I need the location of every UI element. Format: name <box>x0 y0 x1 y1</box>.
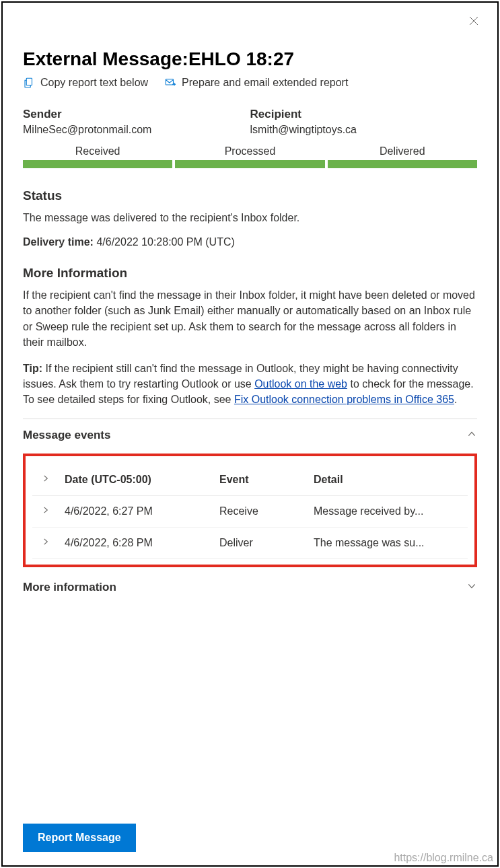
tip-label: Tip: <box>23 363 42 374</box>
message-trace-panel: External Message:EHLO 18:27 Copy report … <box>1 1 499 867</box>
progress-bar-segment <box>23 160 172 168</box>
column-event: Event <box>214 464 308 496</box>
progress-delivered-label: Delivered <box>328 145 477 157</box>
column-detail: Detail <box>308 464 468 496</box>
event-detail: Message received by... <box>308 495 468 527</box>
sender-recipient-block: Sender MilneSec@protonmail.com Recipient… <box>23 108 477 136</box>
close-icon <box>468 15 480 27</box>
svg-rect-2 <box>26 78 32 85</box>
status-heading: Status <box>23 188 477 203</box>
expand-row[interactable] <box>32 495 59 527</box>
recipient-col: Recipient lsmith@wingtiptoys.ca <box>250 108 478 136</box>
event-date: 4/6/2022, 6:28 PM <box>59 527 214 558</box>
svg-rect-3 <box>166 79 173 85</box>
event-detail: The message was su... <box>308 527 468 558</box>
events-table: Date (UTC-05:00) Event Detail 4/6/2022, … <box>32 464 468 559</box>
tip-text-end: . <box>454 394 457 405</box>
outlook-web-link[interactable]: Outlook on the web <box>254 378 347 390</box>
chevron-up-icon <box>466 429 477 443</box>
more-information-label: More information <box>23 581 116 594</box>
progress-bar-segment <box>175 160 324 168</box>
sender-label: Sender <box>23 108 250 121</box>
delivery-time-value: 4/6/2022 10:28:00 PM (UTC) <box>96 236 234 248</box>
event-date: 4/6/2022, 6:27 PM <box>59 495 214 527</box>
tip-paragraph: Tip: If the recipient still can't find t… <box>23 361 477 408</box>
events-highlight-box: Date (UTC-05:00) Event Detail 4/6/2022, … <box>23 454 477 567</box>
column-date: Date (UTC-05:00) <box>59 464 214 496</box>
more-info-heading: More Information <box>23 266 477 281</box>
mail-send-icon <box>164 77 176 89</box>
progress-delivered: Delivered <box>328 145 477 168</box>
table-row[interactable]: 4/6/2022, 6:27 PM Receive Message receiv… <box>32 495 468 527</box>
footer: Report Message <box>23 810 477 852</box>
copy-report-label: Copy report text below <box>40 77 148 89</box>
page-title: External Message:EHLO 18:27 <box>23 48 477 70</box>
delivery-time-line: Delivery time: 4/6/2022 10:28:00 PM (UTC… <box>23 236 477 248</box>
table-row[interactable]: 4/6/2022, 6:28 PM Deliver The message wa… <box>32 527 468 558</box>
progress-received: Received <box>23 145 172 168</box>
event-name: Receive <box>214 495 308 527</box>
chevron-right-icon <box>41 537 50 548</box>
more-info-body: If the recipient can't find the message … <box>23 287 477 350</box>
message-events-header[interactable]: Message events <box>23 423 477 448</box>
progress-processed: Processed <box>175 145 324 168</box>
chevron-down-icon <box>466 581 477 595</box>
delivery-progress: Received Processed Delivered <box>23 145 477 168</box>
report-message-button[interactable]: Report Message <box>23 824 136 852</box>
progress-bar-segment <box>328 160 477 168</box>
status-text: The message was delivered to the recipie… <box>23 210 477 225</box>
prepare-email-label: Prepare and email extended report <box>182 77 348 89</box>
chevron-right-icon <box>41 474 50 485</box>
sender-col: Sender MilneSec@protonmail.com <box>23 108 250 136</box>
expand-row[interactable] <box>32 527 59 558</box>
progress-processed-label: Processed <box>175 145 324 157</box>
copy-report-action[interactable]: Copy report text below <box>23 77 148 89</box>
copy-icon <box>23 77 35 89</box>
progress-received-label: Received <box>23 145 172 157</box>
prepare-email-action[interactable]: Prepare and email extended report <box>164 77 348 89</box>
divider <box>23 419 477 419</box>
recipient-label: Recipient <box>250 108 478 121</box>
event-name: Deliver <box>214 527 308 558</box>
expand-all-header[interactable] <box>32 464 59 496</box>
more-information-accordion[interactable]: More information <box>23 575 477 600</box>
close-button[interactable] <box>468 15 484 31</box>
recipient-value: lsmith@wingtiptoys.ca <box>250 124 478 136</box>
watermark: https://blog.rmilne.ca <box>394 852 493 864</box>
actions-row: Copy report text below Prepare and email… <box>23 77 477 89</box>
events-header-row: Date (UTC-05:00) Event Detail <box>32 464 468 496</box>
delivery-time-label: Delivery time: <box>23 236 94 248</box>
message-events-heading: Message events <box>23 429 110 442</box>
sender-value: MilneSec@protonmail.com <box>23 124 250 136</box>
chevron-right-icon <box>41 505 50 517</box>
fix-outlook-link[interactable]: Fix Outlook connection problems in Offic… <box>234 394 454 405</box>
